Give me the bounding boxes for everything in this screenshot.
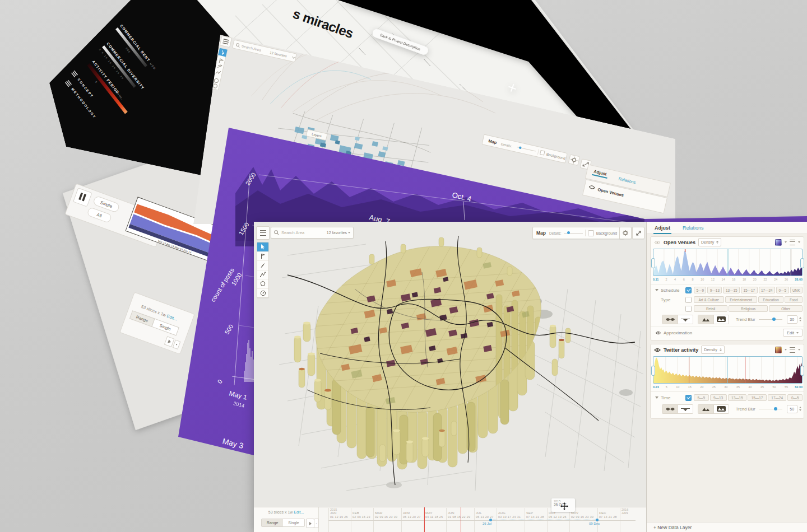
stepper-buttons[interactable] xyxy=(799,407,801,411)
mode-select[interactable]: Density xyxy=(701,346,724,354)
menu-button[interactable] xyxy=(256,226,270,240)
chevron-down-icon xyxy=(785,349,787,351)
search-box[interactable]: Search Area 12 favorites xyxy=(271,227,354,239)
range-handle-right[interactable] xyxy=(800,366,804,376)
favorites-dropdown[interactable]: 12 favorites xyxy=(327,231,350,235)
time-option-button[interactable]: 5—9 xyxy=(694,394,709,401)
polygon-icon xyxy=(260,281,266,287)
approximation-eye-icon[interactable] xyxy=(655,331,661,335)
selected-range[interactable] xyxy=(491,520,598,520)
settings-button[interactable] xyxy=(619,227,632,239)
twitter-histogram[interactable] xyxy=(653,356,803,384)
chevron-down-icon xyxy=(798,241,800,243)
step-button[interactable]: · xyxy=(314,519,319,528)
tab-relations[interactable]: Relations xyxy=(683,225,704,231)
background-checkbox[interactable] xyxy=(588,230,594,236)
mode-select[interactable]: Density xyxy=(698,238,721,246)
map-canvas[interactable]: Search Area 12 favorites Map Details: Ba… xyxy=(254,222,646,507)
color-scale-swatch[interactable] xyxy=(775,239,782,246)
slices-label: 53 slices x 1w Edit... xyxy=(254,510,318,514)
search-icon xyxy=(274,230,279,235)
collapse-chevron-icon[interactable] xyxy=(655,289,658,291)
edit-slices-link[interactable]: Edit... xyxy=(294,510,304,514)
visibility-toggle-icon[interactable] xyxy=(654,348,661,352)
area-style-icon[interactable] xyxy=(698,405,713,413)
schedule-option-button[interactable]: 0—5 xyxy=(776,287,789,293)
background-label: Background xyxy=(596,231,617,235)
trend-blur-slider[interactable] xyxy=(759,409,782,409)
approximation-edit-button[interactable]: Edit xyxy=(783,329,803,337)
range-handle-left[interactable] xyxy=(651,258,655,268)
bg-settings-button[interactable] xyxy=(568,155,579,165)
distribution-mirrored-icon[interactable] xyxy=(662,405,678,413)
tab-adjust[interactable]: Adjust xyxy=(655,225,670,231)
gear-icon xyxy=(622,230,629,236)
type-option-button[interactable]: Retail xyxy=(694,305,727,312)
range-start-handle[interactable] xyxy=(489,519,492,521)
schedule-option-button[interactable]: 13—15 xyxy=(723,287,740,293)
layer-menu-icon[interactable] xyxy=(790,240,795,245)
schedule-option-button[interactable]: 17—24 xyxy=(759,287,776,293)
trend-blur-slider[interactable] xyxy=(759,319,782,320)
bg-background-checkbox[interactable] xyxy=(540,151,545,155)
tool-polyline[interactable] xyxy=(257,270,268,280)
expand-icon xyxy=(636,230,642,236)
stepper-buttons[interactable] xyxy=(799,317,801,321)
time-option-button[interactable]: 15—17 xyxy=(748,394,767,401)
trend-blur-input[interactable]: 50 xyxy=(787,405,797,413)
visibility-toggle-icon[interactable] xyxy=(654,240,661,245)
tool-radius[interactable] xyxy=(257,289,268,298)
area-inverted-icon[interactable] xyxy=(713,315,729,324)
type-checkbox-1[interactable] xyxy=(685,297,692,303)
schedule-option-button[interactable]: UNK xyxy=(790,287,803,293)
distribution-centered-icon[interactable] xyxy=(678,315,693,324)
schedule-option-button[interactable]: 15—17 xyxy=(741,287,758,293)
time-option-button[interactable]: 17—24 xyxy=(768,394,787,401)
time-checkbox[interactable] xyxy=(685,395,692,401)
histogram-plot xyxy=(653,249,802,276)
map-app-window: Search Area 12 favorites Map Details: Ba… xyxy=(254,222,807,532)
histogram-plot xyxy=(653,357,802,383)
collapse-chevron-icon[interactable] xyxy=(655,396,658,399)
tool-polygon[interactable] xyxy=(257,279,268,289)
time-option-button[interactable]: 9—13 xyxy=(710,394,727,401)
fullscreen-button[interactable] xyxy=(632,227,644,239)
tool-brush[interactable] xyxy=(257,261,268,270)
details-label: Details: xyxy=(549,231,562,235)
range-handle-right[interactable] xyxy=(800,258,804,268)
schedule-option-button[interactable]: 9—13 xyxy=(707,287,722,293)
type-option-button[interactable]: Entertainment xyxy=(725,296,757,303)
distribution-centered-icon[interactable] xyxy=(678,405,693,413)
type-checkbox-2[interactable] xyxy=(685,306,692,312)
area-inverted-icon[interactable] xyxy=(713,405,729,413)
type-option-button[interactable]: Other xyxy=(769,305,803,312)
color-scale-swatch[interactable] xyxy=(775,347,782,353)
layer-menu-icon[interactable] xyxy=(790,347,795,353)
area-style-icon[interactable] xyxy=(698,315,713,324)
type-option-button[interactable]: Religious xyxy=(729,305,768,312)
tool-flag[interactable] xyxy=(257,252,268,262)
play-icon xyxy=(309,522,312,525)
range-handle-left[interactable] xyxy=(651,366,655,376)
distribution-mirrored-icon[interactable] xyxy=(662,315,678,324)
open-venues-histogram[interactable] xyxy=(653,249,803,276)
range-button[interactable]: Range xyxy=(262,519,283,526)
time-option-button[interactable]: 0—5 xyxy=(787,394,803,401)
select-carets-icon xyxy=(720,348,722,351)
new-data-layer-button[interactable]: + New Data Layer xyxy=(647,522,807,532)
trend-blur-input[interactable]: 30 xyxy=(787,315,797,324)
select-carets-icon xyxy=(716,241,718,244)
schedule-option-button[interactable]: 5—9 xyxy=(694,287,706,293)
type-option-button[interactable]: Art & Culture xyxy=(694,296,724,303)
play-button[interactable] xyxy=(306,519,314,528)
timeline-bar[interactable]: 53 slices x 1w Edit... Range Single · 20… xyxy=(254,507,646,532)
time-option-button[interactable]: 13—15 xyxy=(728,394,747,401)
single-button[interactable]: Single xyxy=(283,519,304,526)
range-end-label: 09 Dec xyxy=(589,522,600,525)
type-option-button[interactable]: Education xyxy=(758,296,784,303)
tool-cursor[interactable] xyxy=(257,242,268,252)
type-option-button[interactable]: Food xyxy=(785,296,803,303)
range-end-handle[interactable] xyxy=(596,519,599,521)
schedule-checkbox[interactable] xyxy=(685,287,692,293)
details-slider[interactable] xyxy=(564,233,583,234)
